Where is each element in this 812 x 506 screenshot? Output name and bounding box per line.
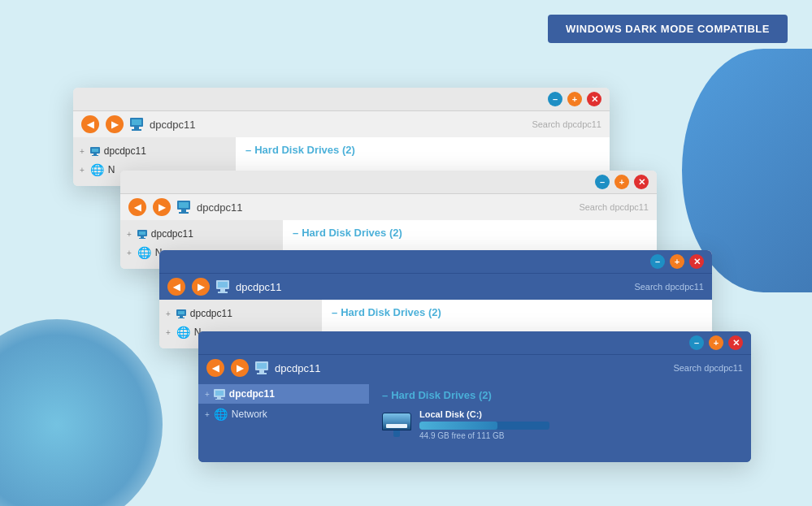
- win1-minimize[interactable]: –: [548, 92, 562, 106]
- win4-disk-info: Local Disk (C:) 44.9 GB free of 111 GB: [419, 409, 549, 440]
- win1-controls: – + ✕: [548, 92, 601, 106]
- win1-sidebar-pc-label: dpcdpc11: [104, 145, 146, 157]
- win1-maximize[interactable]: +: [567, 92, 582, 106]
- win4-computer-icon: [255, 361, 268, 374]
- win3-minimize[interactable]: –: [650, 254, 665, 269]
- win1-expander-net: +: [80, 166, 85, 175]
- win1-back[interactable]: ◀: [81, 115, 99, 133]
- win4-expander-net: +: [205, 410, 210, 419]
- win4-main: – Hard Disk Drives (2) Local Disk (C:): [369, 381, 751, 462]
- win2-sidebar-pc-label: dpcdpc11: [151, 228, 193, 240]
- badge-text: WINDOWS DARK MODE COMPATIBLE: [566, 23, 770, 35]
- win4-back[interactable]: ◀: [206, 359, 224, 377]
- win4-maximize[interactable]: +: [709, 335, 723, 350]
- win2-sidebar-net-icon: 🌐: [137, 246, 151, 259]
- win1-computer-icon: [130, 118, 143, 131]
- win1-sidebar-net-icon: 🌐: [90, 163, 104, 176]
- win4-controls: – + ✕: [689, 335, 743, 350]
- win2-sidebar-pc-icon: [137, 230, 147, 239]
- win4-sidebar-net-icon: 🌐: [214, 408, 228, 421]
- win1-sidebar-item-pc[interactable]: + dpcdpc11: [73, 142, 236, 160]
- win3-forward[interactable]: ▶: [192, 278, 210, 296]
- dark-mode-badge: WINDOWS DARK MODE COMPATIBLE: [548, 15, 788, 43]
- win3-sidebar-item-pc[interactable]: + dpcdpc11: [159, 305, 322, 322]
- win2-section-header: Hard Disk Drives (2): [293, 227, 647, 239]
- win3-sidebar-net-icon: 🌐: [176, 326, 190, 339]
- win2-minimize[interactable]: –: [595, 175, 610, 189]
- win3-title: dpcdpc11: [236, 281, 281, 293]
- win4-sidebar-pc-icon: [214, 389, 225, 400]
- win3-back[interactable]: ◀: [167, 278, 185, 296]
- win3-sidebar-pc-icon: [176, 309, 186, 318]
- win4-close[interactable]: ✕: [728, 335, 743, 350]
- win4-sidebar: + dpcdpc11 + 🌐 Network: [198, 381, 369, 462]
- win2-title: dpcdpc11: [197, 201, 242, 214]
- win4-disk-space: 44.9 GB free of 111 GB: [419, 431, 549, 440]
- win1-sidebar-net-label: N: [108, 164, 115, 175]
- win1-title: dpcdpc11: [150, 119, 195, 131]
- win4-sidebar-item-net[interactable]: + 🌐 Network: [198, 404, 369, 425]
- win3-maximize[interactable]: +: [670, 254, 684, 269]
- win1-search: Search dpcdpc11: [532, 119, 601, 129]
- win4-progress-bar-bg: [419, 422, 549, 430]
- win3-computer-icon: [216, 280, 229, 293]
- win4-disk-icon: [382, 413, 411, 437]
- win2-maximize[interactable]: +: [614, 175, 629, 189]
- window-4: – + ✕ ◀ ▶ dpcdpc11 Search dpcdpc11 +: [198, 331, 751, 462]
- win2-sidebar-item-pc[interactable]: + dpcdpc11: [120, 225, 283, 243]
- win4-search: Search dpcdpc11: [673, 363, 743, 373]
- win4-disk-item: Local Disk (C:) 44.9 GB free of 111 GB: [382, 409, 738, 440]
- win4-progress-bar-fill: [419, 422, 497, 430]
- win3-close[interactable]: ✕: [689, 254, 704, 269]
- win3-controls: – + ✕: [650, 254, 704, 269]
- win1-expander-pc: +: [80, 147, 85, 156]
- win4-disk-label: Local Disk (C:): [419, 409, 549, 419]
- win4-title: dpcdpc11: [275, 362, 320, 374]
- win2-back[interactable]: ◀: [128, 198, 146, 216]
- win4-sidebar-pc-label: dpcdpc11: [229, 388, 275, 400]
- win1-forward[interactable]: ▶: [106, 115, 124, 133]
- win1-close[interactable]: ✕: [587, 92, 601, 106]
- win4-sidebar-item-pc[interactable]: + dpcdpc11: [198, 384, 369, 404]
- win2-search: Search dpcdpc11: [579, 202, 649, 212]
- win3-section-header: Hard Disk Drives (2): [332, 306, 702, 318]
- win3-sidebar-pc-label: dpcdpc11: [190, 308, 232, 319]
- win4-section-header: – Hard Disk Drives (2): [382, 389, 738, 401]
- win2-forward[interactable]: ▶: [153, 198, 171, 216]
- win4-minimize[interactable]: –: [689, 335, 704, 350]
- win2-close[interactable]: ✕: [634, 175, 649, 189]
- bg-circle: [0, 319, 163, 506]
- win2-computer-icon: [177, 201, 190, 214]
- win2-controls: – + ✕: [595, 175, 649, 189]
- win3-search: Search dpcdpc11: [634, 282, 704, 292]
- win1-sidebar-pc-icon: [90, 147, 100, 156]
- win1-section-header: Hard Disk Drives (2): [245, 144, 600, 156]
- win4-forward[interactable]: ▶: [231, 359, 249, 377]
- win4-sidebar-net-label: Network: [232, 409, 267, 420]
- win4-expander-pc: +: [205, 390, 210, 399]
